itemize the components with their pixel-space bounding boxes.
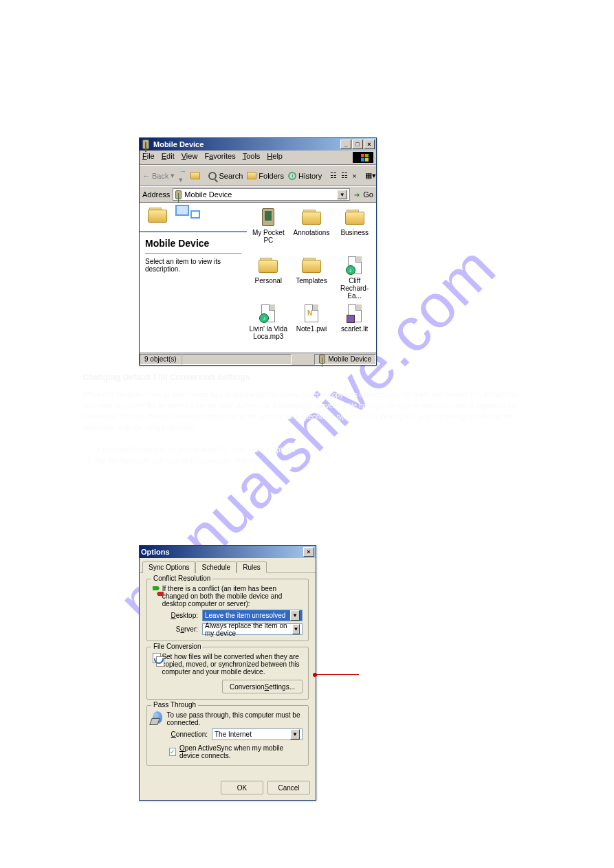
item-livin[interactable]: ♪Livin' la Vida Loca.mp3 — [247, 304, 290, 352]
toolbar: ← Back ▾ → ▾ Search Folders History ☷ ☷ … — [140, 165, 376, 186]
menu-bar: File Edit View Favorites Tools Help — [140, 151, 376, 165]
delete-button[interactable]: × — [352, 172, 356, 180]
up-button[interactable] — [190, 172, 200, 179]
tab-sync-options[interactable]: Sync Options — [142, 561, 195, 573]
chevron-down-icon[interactable]: ▼ — [292, 624, 300, 634]
menu-tools[interactable]: Tools — [243, 152, 261, 163]
app-icon — [141, 140, 151, 149]
menu-view[interactable]: View — [182, 152, 198, 163]
server-combo[interactable]: Always replace the item on my device ▼ — [202, 623, 303, 635]
dialog-title-bar[interactable]: Options × — [140, 546, 316, 558]
chevron-down-icon[interactable]: ▼ — [290, 610, 300, 621]
ok-button[interactable]: OK — [221, 781, 263, 794]
globe-icon — [153, 711, 162, 724]
fileconv-desc: Set how files will be converted when the… — [162, 653, 303, 676]
open-activesync-checkbox[interactable]: ✓ — [169, 748, 176, 756]
item-note1[interactable]: NNote1.pwi — [290, 304, 333, 352]
window-title: Mobile Device — [153, 140, 204, 148]
body-text: Changing Default File Conversion Setting… — [83, 371, 531, 467]
status-count: 9 object(s) — [140, 354, 182, 365]
options-dialog: Options × Sync Options Schedule Rules Co… — [139, 545, 316, 801]
connection-combo[interactable]: The Internet ▼ — [212, 728, 303, 740]
item-cliff[interactable]: ♪Cliff Rechard-Ea... — [333, 256, 376, 304]
conflict-desc: If there is a conflict (an item has been… — [162, 585, 303, 608]
group-file-conversion: File Conversion Set how files will be co… — [146, 647, 309, 700]
group-conflict-resolution: Conflict Resolution If there is a confli… — [146, 579, 309, 641]
conversion-settings-button[interactable]: Conversion Settings... — [222, 680, 303, 693]
pass-desc: To use pass through, this computer must … — [166, 711, 303, 726]
chevron-down-icon[interactable]: ▼ — [337, 190, 347, 199]
menu-favorites[interactable]: Favorites — [204, 152, 235, 163]
connection-label: Connection: — [169, 731, 208, 738]
menu-file[interactable]: File — [142, 152, 155, 163]
tabs: Sync Options Schedule Rules — [140, 558, 316, 573]
server-label: Server: — [169, 625, 198, 633]
status-location: Mobile Device — [314, 354, 376, 365]
group-pass-through: Pass Through To use pass through, this c… — [146, 705, 309, 766]
tab-rules[interactable]: Rules — [237, 561, 267, 573]
menu-help[interactable]: Help — [267, 152, 283, 163]
history-button[interactable]: History — [288, 172, 322, 180]
address-label: Address — [142, 190, 170, 199]
callout-line — [316, 674, 359, 675]
conflict-icon — [153, 585, 158, 597]
conversion-icon — [153, 653, 157, 667]
close-button[interactable]: × — [303, 547, 314, 557]
desktop-combo[interactable]: Leave the item unresolved ▼ — [202, 610, 303, 621]
file-grid: My Pocket PC Annotations Business Person… — [247, 203, 376, 353]
cancel-button[interactable]: Cancel — [267, 781, 310, 794]
close-button[interactable]: × — [364, 140, 375, 149]
menu-edit[interactable]: Edit — [162, 152, 175, 163]
address-input[interactable]: Mobile Device ▼ — [173, 188, 350, 201]
folders-button[interactable]: Folders — [247, 172, 284, 180]
forward-button[interactable]: → ▾ — [179, 167, 186, 184]
dialog-title: Options — [141, 548, 170, 556]
windows-logo — [353, 152, 373, 163]
minimize-button[interactable]: _ — [340, 140, 351, 149]
item-templates[interactable]: Templates — [290, 256, 333, 304]
chevron-down-icon[interactable]: ▼ — [290, 729, 300, 739]
side-panel-desc: Select an item to view its description. — [145, 258, 241, 273]
side-panel-heading: Mobile Device — [145, 238, 241, 249]
status-middle — [182, 354, 292, 365]
item-personal[interactable]: Personal — [247, 256, 290, 304]
tab-schedule[interactable]: Schedule — [195, 561, 237, 573]
title-bar[interactable]: Mobile Device _ □ × — [140, 138, 376, 151]
explorer-window: Mobile Device _ □ × File Edit View Favor… — [139, 137, 377, 366]
maximize-button[interactable]: □ — [352, 140, 363, 149]
desktop-label: Desktop: — [169, 612, 198, 619]
address-bar: Address Mobile Device ▼ ➔ Go — [140, 186, 376, 203]
device-icon — [319, 355, 325, 364]
address-value: Mobile Device — [184, 190, 232, 199]
views-button[interactable]: ▦▾ — [365, 171, 376, 180]
item-my-pocket-pc[interactable]: My Pocket PC — [247, 208, 290, 256]
search-button[interactable]: Search — [208, 172, 243, 180]
device-icon — [175, 190, 182, 199]
open-activesync-label: Open ActiveSync when my mobile device co… — [179, 744, 303, 759]
side-panel: Mobile Device Select an item to view its… — [140, 203, 247, 353]
moveto-button[interactable]: ☷ — [330, 171, 337, 180]
banner-art — [144, 203, 240, 231]
item-business[interactable]: Business — [333, 208, 376, 256]
item-scarlet[interactable]: scarlet.lit — [333, 304, 376, 352]
back-button[interactable]: ← Back ▾ — [142, 171, 175, 180]
go-button[interactable]: ➔ Go — [353, 190, 373, 199]
copyto-button[interactable]: ☷ — [341, 171, 348, 180]
item-annotations[interactable]: Annotations — [290, 208, 333, 256]
status-bar: 9 object(s) Mobile Device — [140, 353, 376, 365]
